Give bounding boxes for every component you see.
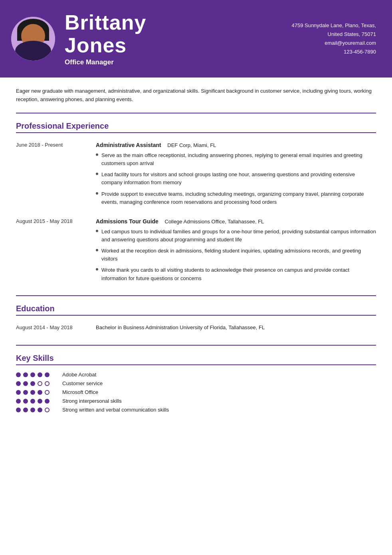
- bullet-text: Provide support to executive teams, incl…: [101, 190, 376, 206]
- edu-date: August 2014 - May 2018: [16, 323, 96, 332]
- address-line2: United States, 75071: [288, 30, 376, 39]
- email: email@youremail.com: [288, 39, 376, 48]
- table-row: August 2015 - May 2018 Admissions Tour G…: [16, 217, 376, 287]
- dot-filled-icon: [45, 399, 49, 404]
- list-item: Provide support to executive teams, incl…: [96, 190, 376, 206]
- dot-filled-icon: [30, 399, 35, 404]
- dot-filled-icon: [30, 390, 35, 395]
- job-1-date: June 2018 - Present: [16, 140, 96, 211]
- job-1-bullets: Serve as the main office receptionist, i…: [96, 151, 376, 206]
- job-2-table: August 2015 - May 2018 Admissions Tour G…: [16, 217, 376, 287]
- divider-skills: [16, 345, 376, 346]
- address-line1: 4759 Sunnydale Lane, Plano, Texas,: [288, 21, 376, 30]
- dot-filled-icon: [16, 399, 21, 404]
- resume-header: Brittany Jones Office Manager 4759 Sunny…: [0, 0, 392, 78]
- dot-filled-icon: [16, 381, 21, 386]
- skills-title: Key Skills: [16, 354, 376, 365]
- job-2-title-row: Admissions Tour Guide College Admissions…: [96, 218, 376, 225]
- education-table: August 2014 - May 2018 Bachelor in Busin…: [16, 323, 376, 332]
- education-title: Education: [16, 304, 376, 316]
- bullet-dot-icon: [96, 249, 98, 251]
- dot-empty-icon: [45, 381, 49, 386]
- avatar: [11, 17, 55, 61]
- school: University of Florida, Tallahassee, FL: [180, 324, 265, 330]
- job-1-title: Administrative Assistant: [96, 142, 161, 148]
- skills-dots-column: [16, 372, 49, 412]
- job-1-company: DEF Corp, Miami, FL: [167, 142, 216, 148]
- dot-filled-icon: [16, 390, 21, 395]
- skill-label-3: Microsoft Office: [62, 390, 169, 395]
- bullet-text: Worked at the reception desk in admissio…: [101, 247, 376, 263]
- skill-dots-3: [16, 390, 49, 395]
- job-1-table: June 2018 - Present Administrative Assis…: [16, 140, 376, 211]
- table-row: June 2018 - Present Administrative Assis…: [16, 140, 376, 211]
- bullet-dot-icon: [96, 153, 98, 156]
- header-name-block: Brittany Jones Office Manager: [65, 11, 279, 66]
- dot-filled-icon: [16, 372, 21, 377]
- skills-section: Key Skills: [16, 354, 376, 412]
- dot-filled-icon: [30, 381, 35, 386]
- edu-degree-row: Bachelor in Business Administration Univ…: [96, 324, 376, 330]
- education-section: Education August 2014 - May 2018 Bachelo…: [16, 304, 376, 332]
- dot-filled-icon: [16, 408, 21, 412]
- dot-filled-icon: [38, 372, 42, 377]
- job-1-title-row: Administrative Assistant DEF Corp, Miami…: [96, 142, 376, 148]
- last-name: Jones: [65, 34, 127, 57]
- list-item: Wrote thank you cards to all visiting st…: [96, 266, 376, 282]
- bullet-text: Serve as the main office receptionist, i…: [101, 151, 376, 167]
- dot-filled-icon: [38, 399, 42, 404]
- job-2-detail: Admissions Tour Guide College Admissions…: [96, 217, 376, 287]
- first-name: Brittany: [65, 11, 146, 34]
- dot-filled-icon: [23, 381, 28, 386]
- list-item: Worked at the reception desk in admissio…: [96, 247, 376, 263]
- bullet-dot-icon: [96, 268, 98, 271]
- dot-filled-icon: [30, 408, 35, 412]
- dot-filled-icon: [23, 372, 28, 377]
- job-1-detail: Administrative Assistant DEF Corp, Miami…: [96, 140, 376, 211]
- header-contact: 4759 Sunnydale Lane, Plano, Texas, Unite…: [288, 21, 376, 56]
- phone: 123-456-7890: [288, 48, 376, 56]
- dot-empty-icon: [38, 381, 42, 386]
- dot-filled-icon: [23, 408, 28, 412]
- bullet-dot-icon: [96, 230, 98, 232]
- job-title: Office Manager: [65, 58, 279, 66]
- job-2-company: College Admissions Office, Tallahassee, …: [165, 219, 264, 225]
- skill-dots-2: [16, 381, 49, 386]
- bullet-dot-icon: [96, 173, 98, 175]
- full-name: Brittany Jones: [65, 11, 279, 57]
- degree: Bachelor in Business Administration: [96, 324, 178, 330]
- skill-label-4: Strong interpersonal skills: [62, 399, 169, 404]
- dot-filled-icon: [45, 372, 49, 377]
- job-2-bullets: Led campus tours to individual families …: [96, 228, 376, 282]
- experience-section: Professional Experience June 2018 - Pres…: [16, 121, 376, 287]
- job-2-title: Admissions Tour Guide: [96, 218, 158, 225]
- bullet-text: Wrote thank you cards to all visiting st…: [101, 266, 376, 282]
- skill-dots-4: [16, 399, 49, 404]
- experience-title: Professional Experience: [16, 121, 376, 133]
- dot-filled-icon: [23, 399, 28, 404]
- divider-education: [16, 295, 376, 296]
- bullet-text: Led campus tours to individual families …: [101, 228, 376, 244]
- dot-empty-icon: [45, 390, 49, 395]
- dot-empty-icon: [45, 408, 49, 412]
- list-item: Led campus tours to individual families …: [96, 228, 376, 244]
- skills-labels-column: Adobe Acrobat Customer service Microsoft…: [62, 372, 169, 412]
- bullet-text: Lead facility tours for visitors and sch…: [101, 171, 376, 187]
- skill-label-1: Adobe Acrobat: [62, 372, 169, 377]
- job-2-date: August 2015 - May 2018: [16, 217, 96, 287]
- skill-dots-5: [16, 408, 49, 412]
- dot-filled-icon: [23, 390, 28, 395]
- resume-content: Eager new graduate with management, admi…: [0, 78, 392, 425]
- bullet-dot-icon: [96, 192, 98, 195]
- edu-detail: Bachelor in Business Administration Univ…: [96, 323, 376, 332]
- divider-experience: [16, 113, 376, 113]
- list-item: Lead facility tours for visitors and sch…: [96, 171, 376, 187]
- skill-label-5: Strong written and verbal communication …: [62, 408, 169, 412]
- skill-dots-1: [16, 372, 49, 377]
- skill-label-2: Customer service: [62, 381, 169, 386]
- summary-text: Eager new graduate with management, admi…: [16, 87, 376, 104]
- dot-filled-icon: [30, 372, 35, 377]
- list-item: Serve as the main office receptionist, i…: [96, 151, 376, 167]
- dot-filled-icon: [38, 390, 42, 395]
- skills-grid: Adobe Acrobat Customer service Microsoft…: [16, 372, 376, 412]
